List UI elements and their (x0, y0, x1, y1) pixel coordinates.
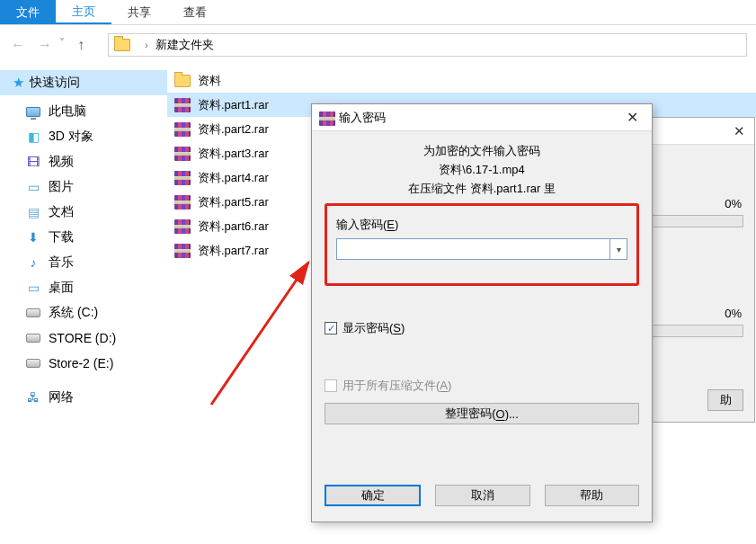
rar-icon (174, 97, 191, 113)
organize-passwords-button[interactable]: 整理密码(O)... (325, 403, 639, 424)
extract-progress-dialog: ✕ 0% 0% 助 (647, 117, 755, 423)
dialog-button-row: 确定 取消 帮助 (312, 478, 652, 522)
file-name: 资料.part4.rar (198, 170, 269, 186)
nav-arrows: ← → ˅ ↑ (9, 37, 90, 53)
show-password-checkbox-row[interactable]: ✓ 显示密码(S) (325, 320, 639, 336)
disk-icon (25, 308, 41, 317)
sidebar-item-videos[interactable]: 🎞 视频 (0, 149, 167, 174)
rar-icon (174, 170, 191, 186)
back-icon[interactable]: ← (11, 37, 25, 53)
dialog-message: 为加密的文件输入密码 资料\6.17-1.mp4 在压缩文件 资料.part1.… (325, 142, 639, 198)
checkbox-icon (325, 379, 337, 392)
tab-share[interactable]: 共享 (111, 0, 167, 24)
file-name: 资料.part5.rar (198, 194, 269, 210)
sidebar-item-drive-c[interactable]: 系统 (C:) (0, 300, 167, 326)
pictures-icon: ▭ (25, 180, 41, 194)
sidebar-item-downloads[interactable]: ⬇ 下载 (0, 225, 167, 250)
downloads-icon: ⬇ (25, 230, 41, 245)
sidebar-label: 图片 (49, 179, 74, 195)
sidebar-item-drive-e[interactable]: Store-2 (E:) (0, 351, 167, 376)
address-row: ← → ˅ ↑ › 新建文件夹 (0, 25, 756, 65)
forward-icon[interactable]: → (38, 37, 52, 53)
file-name: 资料.part3.rar (198, 146, 269, 162)
sidebar-label: 3D 对象 (49, 129, 93, 145)
rar-icon (174, 146, 191, 162)
file-name: 资料.part1.rar (198, 97, 269, 113)
monitor-icon (25, 107, 41, 117)
cancel-button[interactable]: 取消 (435, 485, 529, 506)
sidebar-item-drive-d[interactable]: STORE (D:) (0, 326, 167, 351)
help-button[interactable]: 帮助 (545, 485, 639, 506)
sidebar-item-music[interactable]: ♪ 音乐 (0, 250, 167, 275)
message-line: 为加密的文件输入密码 (325, 142, 639, 161)
sidebar-label: 快速访问 (30, 75, 80, 91)
breadcrumb-separator-icon: › (145, 40, 148, 50)
password-input[interactable] (336, 238, 609, 260)
help-button[interactable]: 助 (707, 389, 743, 411)
message-line: 资料\6.17-1.mp4 (325, 161, 639, 180)
checkbox-label: 用于所有压缩文件(A) (342, 378, 451, 394)
sidebar-label: 系统 (C:) (49, 305, 98, 321)
file-name: 资料.part2.rar (198, 121, 269, 138)
sidebar: ★ 快速访问 此电脑 ◧ 3D 对象 🎞 视频 ▭ 图片 ▤ 文档 ⬇ 下载 ♪ (0, 65, 167, 544)
sidebar-item-pictures[interactable]: ▭ 图片 (0, 174, 167, 200)
sidebar-label: STORE (D:) (49, 331, 116, 345)
file-name: 资料 (198, 73, 221, 89)
progress-bar (648, 215, 743, 227)
file-name: 资料.part6.rar (198, 218, 269, 235)
ok-button[interactable]: 确定 (325, 485, 421, 506)
video-icon: 🎞 (25, 155, 41, 169)
password-input-label: 输入密码(E) (336, 217, 627, 233)
tab-home[interactable]: 主页 (56, 0, 111, 24)
checkbox-icon[interactable]: ✓ (325, 322, 337, 334)
sidebar-item-network[interactable]: 🖧 网络 (0, 385, 167, 410)
address-bar[interactable]: › 新建文件夹 (108, 33, 747, 57)
list-item-folder[interactable]: 资料 (167, 68, 756, 93)
network-icon: 🖧 (25, 390, 41, 405)
sidebar-label: 下载 (49, 229, 74, 245)
sidebar-label: 网络 (49, 389, 74, 406)
progress-percent: 0% (725, 197, 742, 210)
sidebar-label: 桌面 (49, 280, 74, 296)
sidebar-label: 音乐 (49, 254, 74, 271)
folder-icon (114, 39, 130, 51)
dialog-titlebar: ✕ (648, 118, 754, 145)
progress-bar (648, 325, 743, 337)
dropdown-icon[interactable]: ▾ (609, 238, 627, 260)
history-dropdown-icon[interactable]: ˅ (59, 37, 65, 49)
highlight-annotation: 输入密码(E) ▾ (325, 203, 639, 286)
checkbox-label: 显示密码(S) (342, 320, 405, 336)
sidebar-item-quick-access[interactable]: ★ 快速访问 (0, 70, 167, 95)
rar-icon (319, 111, 334, 125)
progress-percent: 0% (725, 307, 742, 320)
documents-icon: ▤ (25, 205, 41, 219)
sidebar-item-3d-objects[interactable]: ◧ 3D 对象 (0, 124, 167, 149)
cube-icon: ◧ (25, 129, 41, 144)
rar-icon (174, 194, 191, 210)
sidebar-item-this-pc[interactable]: 此电脑 (0, 99, 167, 124)
up-icon[interactable]: ↑ (77, 37, 84, 53)
dialog-titlebar: 输入密码 ✕ (312, 104, 652, 131)
password-dialog: 输入密码 ✕ 为加密的文件输入密码 资料\6.17-1.mp4 在压缩文件 资料… (311, 103, 653, 522)
sidebar-label: 文档 (49, 204, 74, 220)
sidebar-item-desktop[interactable]: ▭ 桌面 (0, 275, 167, 300)
ribbon: 文件 主页 共享 查看 (0, 0, 756, 25)
close-icon[interactable]: ✕ (734, 123, 745, 139)
sidebar-item-documents[interactable]: ▤ 文档 (0, 200, 167, 225)
music-icon: ♪ (25, 255, 41, 270)
star-icon: ★ (13, 75, 24, 91)
desktop-icon: ▭ (25, 281, 41, 295)
tab-view[interactable]: 查看 (167, 0, 223, 24)
rar-icon (174, 243, 191, 259)
tab-file[interactable]: 文件 (0, 0, 56, 24)
sidebar-label: 此电脑 (49, 103, 86, 120)
dialog-title: 输入密码 (339, 110, 386, 126)
use-for-all-checkbox-row: 用于所有压缩文件(A) (325, 378, 639, 394)
rar-icon (174, 121, 191, 138)
close-icon[interactable]: ✕ (612, 104, 652, 130)
disk-icon (25, 359, 41, 368)
folder-icon (174, 75, 191, 87)
password-combobox: ▾ (336, 238, 627, 260)
breadcrumb-folder[interactable]: 新建文件夹 (156, 37, 214, 53)
disk-icon (25, 334, 41, 343)
